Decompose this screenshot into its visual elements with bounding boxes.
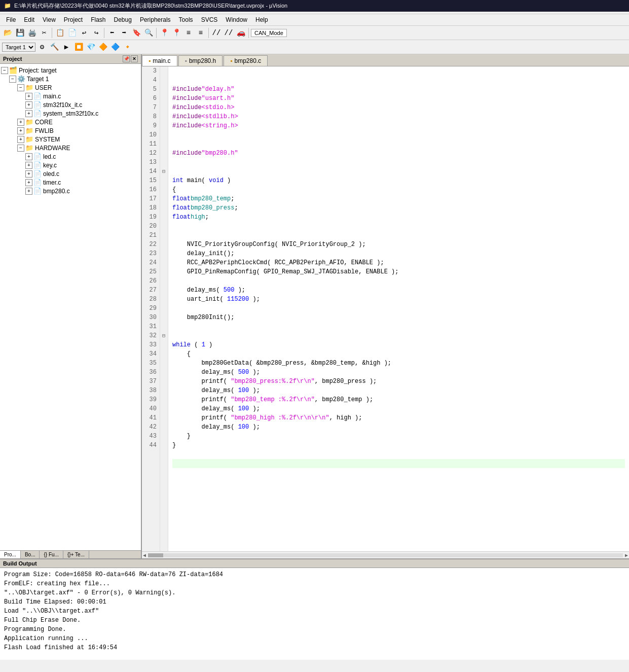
toolbar2-btn-0[interactable]: ⚙️ [36,42,48,53]
tree-expand-fwlib-folder[interactable]: + [17,127,24,134]
tree-expand-system-folder[interactable]: + [17,136,24,143]
code-line-14: { [172,185,625,194]
tree-expand-hardware-folder[interactable]: − [17,145,24,152]
code-editor[interactable]: 3456789101112131415161718192021222324252… [142,66,629,551]
can-mode-label[interactable]: CAN_Mode [251,29,287,37]
panel-pin-icon[interactable]: 📌 [123,55,130,62]
fold-btn-6 [160,94,167,103]
menu-item-svcs[interactable]: SVCS [197,15,222,24]
file-icon-bmp280-c: 📄 [33,187,42,195]
panel-tab-0[interactable]: Pro... [0,551,21,558]
tree-expand-file-bmp280-c[interactable]: + [25,188,32,195]
tree-expand-user-folder[interactable]: − [17,84,24,91]
menu-bar-actual[interactable]: FileEditViewProjectFlashDebugPeripherals… [0,14,629,26]
toolbar-btn-2[interactable]: 🖨️ [26,27,38,39]
tree-item-timer-c[interactable]: +📄timer.c [0,178,141,187]
tree-item-core-folder[interactable]: +📁CORE [0,118,141,126]
project-panel-header: Project 📌 ✕ [0,54,141,64]
tree-expand-file-timer-c[interactable]: + [25,179,32,186]
panel-tab-1[interactable]: Bo... [21,551,40,558]
tree-expand-file-stm32f10x-it[interactable]: + [25,101,32,109]
editor-tabs: ▪main.c▪bmp280.h▪bmp280.c [142,54,629,66]
toolbar2-btn-4[interactable]: 💎 [85,42,96,53]
toolbar2-btn-3[interactable]: ⏹️ [73,42,84,53]
toolbar-btn-1[interactable]: 💾 [14,27,25,39]
toolbar-btn-15[interactable]: ≡ [195,27,206,39]
tree-item-hardware-folder[interactable]: −📁HARDWARE [0,144,141,152]
editor-tab-1[interactable]: ▪bmp280.h [178,55,223,66]
toolbar2-btn-1[interactable]: 🔨 [49,42,60,53]
tree-item-bmp280-c[interactable]: +📄bmp280.c [0,187,141,195]
tree-expand-file-key-c[interactable]: + [25,162,32,169]
tree-item-key-c[interactable]: +📄key.c [0,161,141,169]
scroll-left-arrow[interactable]: ◀ [143,552,146,558]
tree-item-system-stm32[interactable]: +📄system_stm32f10x.c [0,109,141,118]
code-content[interactable]: #include "delay.h"#include "usart.h"#inc… [168,66,629,551]
scroll-right-arrow[interactable]: ▶ [625,552,628,558]
editor-scrollbar[interactable]: ◀ ▶ [142,551,629,558]
tree-item-led-c[interactable]: +📄led.c [0,152,141,161]
toolbar2-btn-6[interactable]: 🔷 [109,42,121,53]
toolbar-btn-3[interactable]: ✂️ [39,27,50,39]
target-select[interactable]: Target 1 [2,43,35,52]
tree-item-system-folder[interactable]: +📁SYSTEM [0,135,141,144]
tree-item-stm32f10x-it[interactable]: +📄stm32f10x_it.c [0,100,141,109]
scroll-thumb[interactable] [148,553,163,557]
toolbar-btn-13[interactable]: 📍 [171,27,182,39]
title-text: E:\单片机代码存储\20223年代做\0040 stm32单片机读取BMP28… [14,2,287,10]
toolbar2-btn-7[interactable]: 🔸 [122,42,133,53]
menu-item-help[interactable]: Help [251,15,272,24]
menu-item-flash[interactable]: Flash [87,15,109,24]
toolbar-btn-18[interactable]: 🚗 [235,27,246,39]
build-output-content[interactable]: Program Size: Code=16858 RO-data=646 RW-… [0,568,629,660]
tree-expand-target1[interactable]: − [9,76,16,83]
panel-close-icon[interactable]: ✕ [131,55,138,62]
tree-expand-project-root[interactable]: − [1,67,8,74]
tree-expand-core-folder[interactable]: + [17,119,24,126]
code-line-39: printf( "bmp280_high :%.2f\r\n\r\n", hig… [172,413,625,422]
toolbar-btn-8[interactable]: ⬅️ [106,27,118,39]
tree-expand-file-led-c[interactable]: + [25,153,32,160]
menu-item-project[interactable]: Project [60,15,87,24]
panel-tab-2[interactable]: {} Fu... [40,551,63,558]
tree-item-project-root[interactable]: −🗂️Project: target [0,66,141,75]
toolbar-btn-17[interactable]: // [223,27,234,39]
toolbar-btn-7[interactable]: ↪️ [91,27,102,39]
tree-expand-file-system-stm32[interactable]: + [25,110,32,117]
toolbar-btn-6[interactable]: ↩️ [79,27,90,39]
toolbar-btn-4[interactable]: 📋 [54,27,65,39]
toolbar2-btn-2[interactable]: ▶️ [61,42,72,53]
scroll-track[interactable] [148,553,623,557]
fold-btn-14[interactable]: ⊟ [160,167,167,176]
toolbar-btn-9[interactable]: ➡️ [119,27,130,39]
fold-btn-32[interactable]: ⊟ [160,331,167,340]
editor-tab-0[interactable]: ▪main.c [142,55,177,66]
tab-label-0: main.c [153,57,170,64]
editor-tab-2[interactable]: ▪bmp280.c [224,55,268,66]
tree-item-target1[interactable]: −⚙️Target 1 [0,75,141,83]
tree-item-user-folder[interactable]: −📁USER [0,83,141,92]
toolbar-btn-12[interactable]: 📍 [159,27,170,39]
menu-item-file[interactable]: File [2,15,20,24]
toolbar-btn-10[interactable]: 🔖 [131,27,142,39]
toolbar-btn-11[interactable]: 🔍 [143,27,154,39]
menu-item-tools[interactable]: Tools [175,15,197,24]
tree-item-oled-c[interactable]: +📄oled.c [0,169,141,178]
menu-item-edit[interactable]: Edit [20,15,39,24]
panel-tab-3[interactable]: {}+ Te... [63,551,89,558]
menu-item-debug[interactable]: Debug [110,15,136,24]
tree-item-main-c[interactable]: +📄main.c [0,92,141,100]
menu-item-view[interactable]: View [39,15,60,24]
toolbar-btn-14[interactable]: ≡ [183,27,194,39]
tree-expand-file-oled-c[interactable]: + [25,170,32,178]
toolbar2-btn-5[interactable]: 🔶 [97,42,108,53]
toolbar-btn-0[interactable]: 📂 [2,27,13,39]
menu-item-peripherals[interactable]: Peripherals [136,15,175,24]
fold-btn-4 [160,76,167,85]
toolbar-btn-5[interactable]: 📄 [66,27,78,39]
tree-expand-file-main-c[interactable]: + [25,93,32,100]
tree-item-fwlib-folder[interactable]: +📁FWLIB [0,126,141,135]
toolbar-btn-16[interactable]: // [211,27,222,39]
menu-item-window[interactable]: Window [221,15,251,24]
code-line-37: printf( "bmp280_temp :%.2f\r\n", bmp280_… [172,395,625,404]
